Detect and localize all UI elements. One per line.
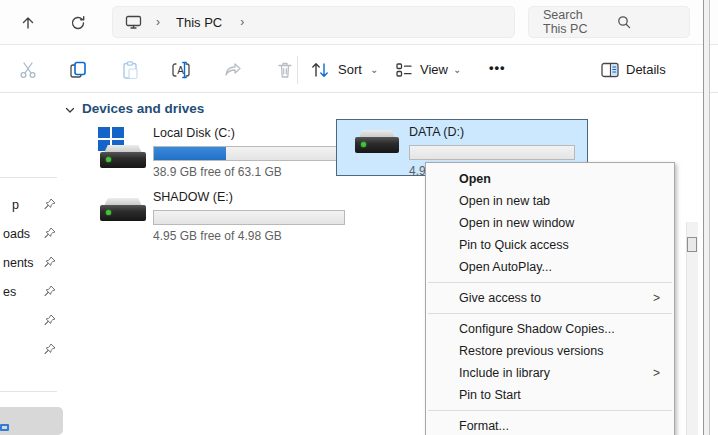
up-arrow-icon [20,15,36,31]
submenu-arrow-icon: > [653,366,660,380]
menu-separator [428,313,672,314]
toolbar-separator [297,56,298,84]
window-border-line [709,0,710,435]
menu-item-label: Open AutoPlay... [459,260,552,274]
sidebar-item-label: es [3,285,16,299]
search-icon[interactable] [617,15,677,29]
sort-chevron-icon: ⌄ [370,64,378,75]
breadcrumb-chevron-icon[interactable]: › [240,15,244,29]
navigation-bar: › This PC › Search This PC [0,0,718,45]
breadcrumb-this-pc[interactable]: This PC [176,15,222,30]
vertical-scrollbar-track[interactable] [686,222,698,435]
sidebar-separator [0,391,57,392]
share-button[interactable] [221,58,245,82]
sidebar-item-label: p [12,198,19,212]
submenu-arrow-icon: > [653,291,660,305]
menu-item-restore-previous-versions[interactable]: Restore previous versions [426,340,674,362]
sidebar-item-music[interactable] [0,308,64,334]
sidebar-item-documents[interactable]: nents [0,250,64,276]
pin-icon [44,343,56,355]
this-pc-icon [125,14,142,30]
menu-item-open[interactable]: Open [426,168,674,190]
delete-button[interactable] [273,58,297,82]
share-icon [223,60,243,80]
menu-item-open-autoplay[interactable]: Open AutoPlay... [426,256,674,278]
group-header-devices-and-drives[interactable]: Devices and drives [82,101,204,116]
up-button[interactable] [15,10,41,36]
menu-item-label: Open [459,172,491,186]
refresh-button[interactable] [65,10,91,36]
pin-icon [44,198,56,210]
view-label[interactable]: View [420,62,448,77]
details-pane-icon [600,61,620,79]
delete-icon [275,60,295,80]
menu-item-label: Give access to [459,291,541,305]
drive-tile-shadow-e[interactable]: SHADOW (E:) 4.95 GB free of 4.98 GB [76,184,328,241]
breadcrumb-chevron-icon: › [156,15,160,29]
sidebar-item-this-pc-selected[interactable] [0,407,63,435]
context-menu: Open Open in new tab Open in new window … [425,162,675,435]
svg-text:A: A [177,65,184,76]
sidebar-item-videos[interactable] [0,337,64,363]
menu-separator [428,282,672,283]
menu-separator [428,410,672,411]
hard-drive-icon [100,145,146,168]
window-border-line [703,0,704,435]
cut-button[interactable] [16,58,40,82]
hard-drive-icon [355,130,399,153]
capacity-bar [409,145,575,160]
vertical-scrollbar-thumb[interactable] [687,237,697,252]
address-bar[interactable]: › This PC › [112,6,515,38]
menu-item-label: Pin to Start [459,388,521,402]
view-chevron-icon: ⌄ [453,64,461,75]
drive-size-text: 38.9 GB free of 63.1 GB [153,165,282,179]
sidebar-item-label: oads [3,227,30,241]
menu-item-format[interactable]: Format... [426,415,674,435]
rename-icon: A [171,60,193,80]
menu-item-label: Configure Shadow Copies... [459,322,615,336]
menu-item-open-in-new-window[interactable]: Open in new window [426,212,674,234]
drive-name: Local Disk (C:) [153,126,235,140]
menu-item-label: Include in library [459,366,550,380]
sidebar-item-downloads[interactable]: oads [0,221,64,247]
menu-item-label: Pin to Quick access [459,238,569,252]
pin-icon [44,256,56,268]
capacity-bar [153,146,345,161]
view-icon [394,60,414,80]
menu-item-pin-to-quick-access[interactable]: Pin to Quick access [426,234,674,256]
paste-button[interactable] [118,58,142,82]
menu-item-pin-to-start[interactable]: Pin to Start [426,384,674,406]
pin-icon [44,285,56,297]
menu-item-include-in-library[interactable]: Include in library > [426,362,674,384]
hard-drive-icon [100,198,146,221]
menu-item-configure-shadow-copies[interactable]: Configure Shadow Copies... [426,318,674,340]
sidebar-separator [0,177,57,178]
rename-button[interactable]: A [170,58,194,82]
menu-item-open-in-new-tab[interactable]: Open in new tab [426,190,674,212]
drive-size-text: 4.95 GB free of 4.98 GB [153,229,282,243]
menu-item-label: Open in new tab [459,194,550,208]
navigation-pane: p oads nents es [0,94,64,435]
sort-button[interactable] [308,58,332,82]
command-toolbar: A Sort ⌄ View ⌄ ••• [0,46,718,93]
menu-item-give-access-to[interactable]: Give access to > [426,287,674,309]
sidebar-item-desktop[interactable]: p [0,192,64,218]
refresh-icon [70,15,86,31]
view-button[interactable] [392,58,416,82]
capacity-bar-fill [154,147,226,160]
copy-button[interactable] [66,58,90,82]
menu-item-label: Format... [459,419,509,433]
menu-item-label: Open in new window [459,216,574,230]
copy-icon [68,60,88,80]
more-button[interactable]: ••• [489,60,506,75]
sort-icon [309,60,331,80]
details-pane-button[interactable] [598,58,622,82]
group-collapse-chevron-icon[interactable] [64,104,76,116]
sidebar-item-pictures[interactable]: es [0,279,64,305]
sidebar-item-label: nents [3,256,34,270]
search-input[interactable]: Search This PC [528,6,690,38]
details-label[interactable]: Details [626,62,666,77]
sort-label[interactable]: Sort [338,62,362,77]
drive-tile-local-disk-c[interactable]: Local Disk (C:) 38.9 GB free of 63.1 GB [76,120,328,177]
search-placeholder: Search This PC [543,8,603,36]
